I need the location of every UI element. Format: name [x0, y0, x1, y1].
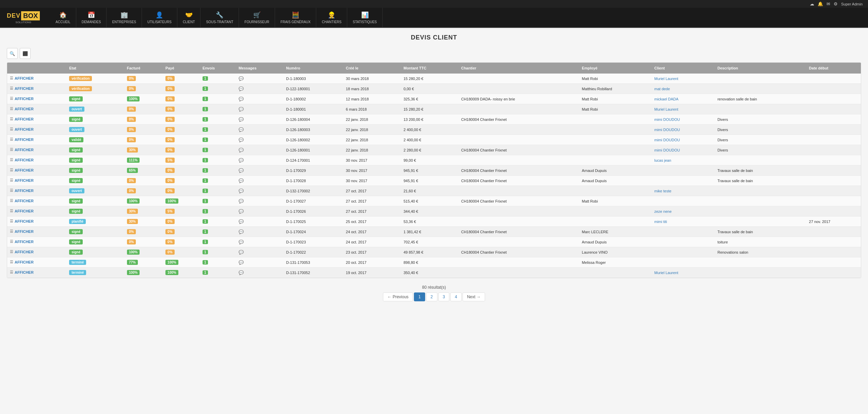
- table-row: ☰ AFFICHERvérification0%0%1💬D-1-18000330…: [7, 74, 861, 84]
- client-link[interactable]: Muriel Laurent: [654, 107, 678, 111]
- afficher-button[interactable]: AFFICHER: [15, 270, 34, 274]
- afficher-button[interactable]: AFFICHER: [15, 117, 34, 121]
- cell-numero: D-126-180002: [283, 135, 343, 145]
- nav-sous-traitant[interactable]: 🔧 SOUS-TRAITANT: [200, 8, 239, 27]
- next-button[interactable]: Next →: [463, 292, 485, 301]
- cell-paye: 5%: [163, 155, 200, 165]
- afficher-button[interactable]: AFFICHER: [15, 127, 34, 131]
- nav-client[interactable]: 🤝 CLIENT: [177, 8, 201, 27]
- top-bar: ☁ 🔔 ✉ ⚙ Super Admin: [0, 0, 868, 8]
- afficher-button[interactable]: AFFICHER: [15, 189, 34, 193]
- client-link[interactable]: mimi DOUDOU: [654, 138, 680, 142]
- client-link[interactable]: mimi DOUDOU: [654, 128, 680, 132]
- afficher-button[interactable]: AFFICHER: [15, 107, 34, 111]
- afficher-button[interactable]: AFFICHER: [15, 219, 34, 223]
- table-row: ☰ AFFICHERsigné100%0%1💬D-1-17002223 oct.…: [7, 247, 861, 257]
- envois-count: 1: [203, 219, 208, 224]
- cell-action: ☰ AFFICHER: [7, 114, 66, 124]
- afficher-button[interactable]: AFFICHER: [15, 178, 34, 182]
- square-button[interactable]: ⬛: [20, 48, 31, 59]
- nav-client-label: CLIENT: [183, 20, 195, 24]
- afficher-button[interactable]: AFFICHER: [15, 199, 34, 203]
- nav-accueil[interactable]: 🏠 ACCUEIL: [50, 8, 76, 27]
- afficher-button[interactable]: AFFICHER: [15, 209, 34, 213]
- afficher-button[interactable]: AFFICHER: [15, 158, 34, 162]
- page-1-button[interactable]: 1: [414, 292, 425, 301]
- page-3-button[interactable]: 3: [438, 292, 450, 301]
- paye-badge: 100%: [165, 270, 178, 275]
- client-link[interactable]: Muriel Laurent: [654, 271, 678, 275]
- client-link[interactable]: mimi titi: [654, 220, 667, 224]
- cell-envois: 1: [200, 74, 236, 84]
- facture-badge: 30%: [127, 209, 138, 214]
- afficher-button[interactable]: AFFICHER: [15, 260, 34, 264]
- afficher-button[interactable]: AFFICHER: [15, 168, 34, 172]
- afficher-button[interactable]: AFFICHER: [15, 148, 34, 152]
- cell-client: lucas jean: [652, 155, 714, 165]
- afficher-button[interactable]: AFFICHER: [15, 229, 34, 234]
- prev-button[interactable]: ← Previous: [383, 292, 413, 301]
- envois-count: 1: [203, 209, 208, 213]
- cell-chantier: [459, 268, 579, 278]
- nav-demandes[interactable]: 📅 DEMANDES: [76, 8, 107, 27]
- afficher-button[interactable]: AFFICHER: [15, 97, 34, 101]
- cell-action: ☰ AFFICHER: [7, 84, 66, 93]
- search-button[interactable]: 🔍: [7, 48, 18, 59]
- cell-messages: 💬: [236, 155, 284, 165]
- table-row: ☰ AFFICHERsigné0%0%1💬D-126-18000422 janv…: [7, 114, 861, 125]
- afficher-button[interactable]: AFFICHER: [15, 76, 34, 80]
- nav-frais-generaux[interactable]: 🧮 FRAIS GÉNÉRAUX: [275, 8, 316, 27]
- facture-badge: 0%: [127, 137, 136, 142]
- cell-chantier: CH180004 Chantier Frixnet: [459, 114, 579, 125]
- cell-chantier: CH180004 Chantier Frixnet: [459, 165, 579, 176]
- client-link[interactable]: zeze nene: [654, 209, 672, 213]
- cell-messages: 💬: [236, 125, 284, 135]
- cell-client: mike teste: [652, 186, 714, 196]
- client-link[interactable]: Muriel Laurent: [654, 77, 678, 81]
- client-link[interactable]: mimi DOUDOU: [654, 117, 680, 122]
- cell-description: [715, 268, 806, 278]
- page-4-button[interactable]: 4: [450, 292, 462, 301]
- client-link[interactable]: mickael DADA: [654, 97, 678, 101]
- cell-chantier: [459, 206, 579, 217]
- logo[interactable]: DEV BOX SOLUTIONS: [3, 9, 43, 26]
- etat-badge: signé: [69, 239, 83, 244]
- hamburger-icon: ☰: [10, 86, 13, 91]
- envelope-icon[interactable]: ✉: [826, 1, 830, 6]
- message-icon: 💬: [239, 158, 244, 163]
- envois-count: 1: [203, 260, 208, 265]
- cell-cree-le: 19 oct. 2017: [343, 268, 401, 278]
- cell-client: Muriel Laurent: [652, 104, 714, 114]
- cell-date-debut: [806, 114, 861, 125]
- handshake-icon: 🤝: [185, 11, 193, 19]
- envois-count: 1: [203, 76, 208, 81]
- bell-icon[interactable]: 🔔: [818, 1, 823, 6]
- nav-chantiers[interactable]: 👷 CHANTIERS: [316, 8, 347, 27]
- afficher-button[interactable]: AFFICHER: [15, 250, 34, 254]
- cell-messages: 💬: [236, 247, 284, 257]
- cell-etat: signé: [66, 114, 124, 125]
- cell-client: [652, 247, 714, 257]
- cloud-icon[interactable]: ☁: [810, 1, 814, 6]
- cell-date-debut: [806, 237, 861, 247]
- cell-facture: 100%: [124, 94, 163, 104]
- nav-fournisseur[interactable]: 🛒 FOURNISSEUR: [239, 8, 275, 27]
- client-link[interactable]: mike teste: [654, 189, 671, 193]
- afficher-button[interactable]: AFFICHER: [15, 86, 34, 91]
- nav-utilisateurs[interactable]: 👤 UTILISATEURS: [142, 8, 177, 27]
- nav-entreprises[interactable]: 🏢 ENTREPRISES: [107, 8, 142, 27]
- paye-badge: 0%: [165, 168, 174, 173]
- client-link[interactable]: mimi DOUDOU: [654, 148, 680, 152]
- cell-numero: D-126-180001: [283, 145, 343, 155]
- gear-icon[interactable]: ⚙: [834, 1, 838, 6]
- cell-envois: 1: [200, 268, 236, 278]
- afficher-button[interactable]: AFFICHER: [15, 240, 34, 244]
- client-link[interactable]: lucas jean: [654, 158, 671, 162]
- client-link[interactable]: mat dede: [654, 87, 670, 91]
- cell-description: toiture: [715, 237, 806, 247]
- cell-client: mat dede: [652, 84, 714, 94]
- cell-action: ☰ AFFICHER: [7, 176, 66, 185]
- nav-statistiques[interactable]: 📊 STATISTIQUES: [347, 8, 383, 27]
- afficher-button[interactable]: AFFICHER: [15, 138, 34, 142]
- page-2-button[interactable]: 2: [426, 292, 437, 301]
